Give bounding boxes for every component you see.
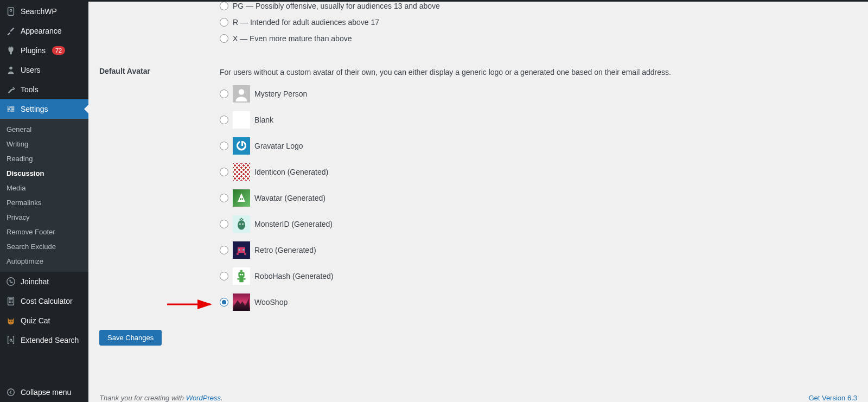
sidebar-item-users[interactable]: Users bbox=[0, 60, 88, 80]
sidebar-item-extended-search[interactable]: Extended Search bbox=[0, 330, 88, 350]
submenu-item-discussion[interactable]: Discussion bbox=[0, 166, 88, 181]
submenu-item-autoptimize[interactable]: Autoptimize bbox=[0, 254, 88, 269]
submenu-item-media[interactable]: Media bbox=[0, 181, 88, 195]
rating-radio-x[interactable] bbox=[220, 34, 228, 43]
collapse-menu-button[interactable]: Collapse menu bbox=[0, 382, 88, 402]
avatar-label: MonsterID (Generated) bbox=[254, 220, 333, 228]
avatar-radio-mystery[interactable] bbox=[220, 90, 228, 98]
sidebar-item-appearance[interactable]: Appearance bbox=[0, 21, 88, 41]
svg-rect-32 bbox=[238, 278, 240, 280]
svg-point-30 bbox=[241, 274, 243, 276]
avatar-preview-blank bbox=[233, 111, 250, 129]
whatsapp-icon bbox=[5, 276, 16, 287]
version-link[interactable]: Get Version 6.3 bbox=[808, 394, 857, 402]
submenu-item-search-exclude[interactable]: Search Exclude bbox=[0, 239, 88, 254]
menu-label: Quiz Cat bbox=[21, 316, 50, 325]
svg-rect-33 bbox=[244, 278, 246, 280]
svg-point-8 bbox=[12, 301, 13, 302]
svg-rect-31 bbox=[239, 277, 244, 282]
avatar-radio-retro[interactable] bbox=[220, 246, 228, 254]
avatar-label: Retro (Generated) bbox=[254, 246, 316, 254]
settings-submenu: General Writing Reading Discussion Media… bbox=[0, 119, 88, 272]
avatar-radio-monsterid[interactable] bbox=[220, 220, 228, 228]
sidebar-item-cost-calculator[interactable]: Cost Calculator bbox=[0, 291, 88, 311]
collapse-icon bbox=[5, 387, 16, 398]
sidebar-item-settings[interactable]: Settings bbox=[0, 99, 88, 119]
menu-label: Users bbox=[21, 66, 41, 74]
rating-option-x[interactable]: X — Even more mature than above bbox=[220, 34, 857, 43]
sidebar-item-plugins[interactable]: Plugins 72 bbox=[0, 41, 88, 60]
svg-point-19 bbox=[241, 198, 243, 200]
svg-point-14 bbox=[10, 339, 12, 341]
menu-label: Joinchat bbox=[21, 277, 49, 286]
avatar-label: Identicon (Generated) bbox=[254, 168, 328, 176]
avatar-option-identicon[interactable]: Identicon (Generated) bbox=[220, 163, 857, 181]
menu-label: Appearance bbox=[21, 27, 62, 35]
svg-point-15 bbox=[8, 389, 15, 396]
avatar-radio-gravatar[interactable] bbox=[220, 142, 228, 150]
rating-label: X — Even more mature than above bbox=[233, 34, 352, 43]
menu-label: Tools bbox=[21, 85, 39, 94]
sidebar-item-tools[interactable]: Tools bbox=[0, 80, 88, 99]
sidebar-item-searchwp[interactable]: SearchWP bbox=[0, 2, 88, 21]
rating-option-r[interactable]: R — Intended for adult audiences above 1… bbox=[220, 18, 857, 27]
menu-label: SearchWP bbox=[21, 7, 57, 16]
avatar-radio-wavatar[interactable] bbox=[220, 194, 228, 202]
avatar-option-robohash[interactable]: RoboHash (Generated) bbox=[220, 267, 857, 285]
rating-option-pg[interactable]: PG — Possibly offensive, usually for aud… bbox=[220, 2, 857, 10]
submenu-item-remove-footer[interactable]: Remove Footer bbox=[0, 225, 88, 239]
menu-label: Settings bbox=[21, 105, 48, 113]
avatar-radio-blank[interactable] bbox=[220, 116, 228, 124]
avatar-option-wooshop[interactable]: WooShop bbox=[220, 293, 857, 311]
rating-radio-pg[interactable] bbox=[220, 2, 228, 10]
sliders-icon bbox=[5, 104, 16, 114]
avatar-option-retro[interactable]: Retro (Generated) bbox=[220, 241, 857, 259]
svg-marker-17 bbox=[238, 193, 245, 202]
avatar-label: WooShop bbox=[254, 298, 288, 307]
wordpress-link[interactable]: WordPress bbox=[186, 394, 221, 402]
avatar-option-wavatar[interactable]: Wavatar (Generated) bbox=[220, 189, 857, 207]
avatar-preview-retro bbox=[233, 241, 250, 259]
avatar-label: RoboHash (Generated) bbox=[254, 272, 334, 280]
calculator-icon bbox=[5, 296, 16, 307]
avatar-preview-wooshop bbox=[233, 293, 250, 311]
avatar-radio-robohash[interactable] bbox=[220, 272, 228, 280]
searchwp-icon bbox=[5, 6, 16, 17]
avatar-option-monsterid[interactable]: MonsterID (Generated) bbox=[220, 215, 857, 233]
svg-point-6 bbox=[9, 301, 10, 302]
avatar-preview-mystery bbox=[233, 85, 250, 103]
sidebar-item-joinchat[interactable]: Joinchat bbox=[0, 272, 88, 291]
svg-point-29 bbox=[240, 274, 241, 276]
menu-label: Plugins bbox=[21, 46, 46, 55]
rating-label: R — Intended for adult audiences above 1… bbox=[233, 18, 379, 27]
avatar-preview-wavatar bbox=[233, 189, 250, 207]
save-changes-button[interactable]: Save Changes bbox=[99, 330, 162, 346]
svg-rect-5 bbox=[9, 298, 12, 300]
avatar-preview-monsterid bbox=[233, 215, 250, 233]
svg-rect-34 bbox=[240, 270, 242, 272]
plugins-badge: 72 bbox=[52, 46, 65, 55]
submenu-item-general[interactable]: General bbox=[0, 122, 88, 137]
sidebar-item-quiz-cat[interactable]: Quiz Cat bbox=[0, 311, 88, 330]
avatar-preview-identicon bbox=[233, 163, 250, 181]
submenu-item-permalinks[interactable]: Permalinks bbox=[0, 195, 88, 210]
avatar-option-mystery[interactable]: Mystery Person bbox=[220, 85, 857, 103]
avatar-option-gravatar[interactable]: Gravatar Logo bbox=[220, 137, 857, 155]
svg-point-9 bbox=[9, 302, 10, 303]
svg-point-16 bbox=[239, 89, 245, 95]
submenu-item-writing[interactable]: Writing bbox=[0, 137, 88, 151]
submenu-item-reading[interactable]: Reading bbox=[0, 151, 88, 166]
avatar-option-blank[interactable]: Blank bbox=[220, 111, 857, 129]
svg-point-1 bbox=[10, 9, 12, 11]
avatar-radio-wooshop[interactable] bbox=[220, 298, 228, 307]
rating-radio-r[interactable] bbox=[220, 18, 228, 27]
svg-point-22 bbox=[242, 224, 244, 225]
brush-icon bbox=[5, 25, 16, 36]
svg-rect-25 bbox=[243, 249, 245, 251]
submenu-item-privacy[interactable]: Privacy bbox=[0, 210, 88, 225]
rating-label: PG — Possibly offensive, usually for aud… bbox=[233, 2, 440, 10]
svg-rect-24 bbox=[239, 249, 240, 251]
avatar-preview-robohash bbox=[233, 267, 250, 285]
svg-point-21 bbox=[239, 224, 241, 225]
avatar-radio-identicon[interactable] bbox=[220, 168, 228, 176]
